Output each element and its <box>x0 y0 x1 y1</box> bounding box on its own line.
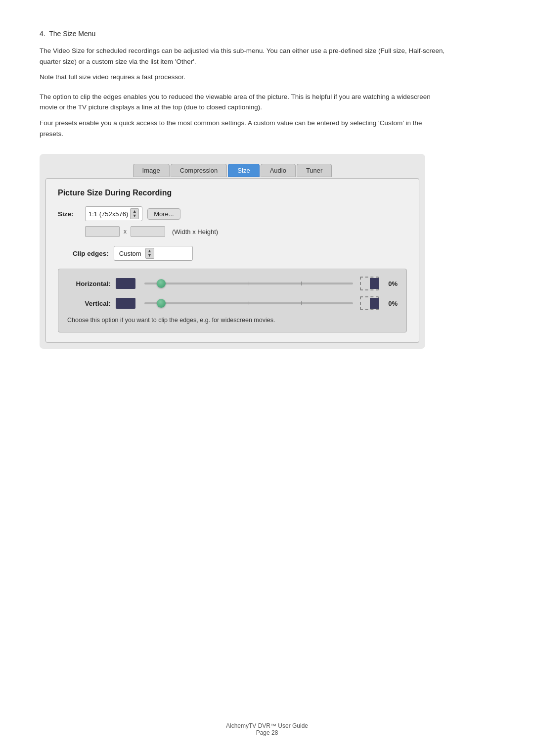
horizontal-slider-container[interactable] <box>142 276 355 291</box>
tab-compression[interactable]: Compression <box>171 164 227 177</box>
wxh-x: x <box>124 228 127 235</box>
tab-audio[interactable]: Audio <box>261 164 296 177</box>
vertical-slider-track[interactable] <box>144 302 353 304</box>
clip-stepper[interactable]: ▲ ▼ <box>145 248 154 259</box>
horizontal-inner-block <box>370 278 379 289</box>
tab-bar: Image Compression Size Audio Tuner <box>45 160 419 177</box>
paragraph-1: The Video Size for scheduled recordings … <box>40 46 445 67</box>
vertical-label: Vertical: <box>67 300 111 307</box>
size-row: Size: 1:1 (752x576) ▲ ▼ More... <box>58 206 407 221</box>
vertical-slider-row: Vertical: 0% <box>67 296 398 311</box>
tab-image[interactable]: Image <box>133 164 170 177</box>
wxh-label: (Width x Height) <box>172 228 218 236</box>
size-value: 1:1 (752x576) <box>89 210 128 218</box>
section-number: 4. The Size Menu <box>40 30 494 38</box>
panel-title: Picture Size During Recording <box>58 189 407 197</box>
clip-value: Custom <box>119 250 141 257</box>
vertical-color-block <box>116 298 135 309</box>
footer-line1: AlchemyTV DVR™ User Guide <box>0 722 534 729</box>
clip-label: Clip edges: <box>73 250 109 257</box>
horizontal-indicator <box>360 277 379 290</box>
clip-row: Clip edges: Custom ▲ ▼ <box>73 246 407 261</box>
vertical-dotted-box <box>360 296 379 310</box>
sub-panel: Horizontal: 0% <box>58 269 407 332</box>
paragraph-4: Four presets enable you a quick access t… <box>40 118 445 139</box>
more-button[interactable]: More... <box>147 208 180 220</box>
horizontal-slider-track[interactable] <box>144 283 353 284</box>
wxh-row: x (Width x Height) <box>85 226 407 237</box>
horizontal-dotted-box <box>360 277 379 290</box>
horizontal-percent: 0% <box>384 280 398 287</box>
clip-stepper-down-icon: ▼ <box>147 253 152 258</box>
paragraph-2: Note that full size video requires a fas… <box>40 72 445 83</box>
horizontal-slider-row: Horizontal: 0% <box>67 276 398 291</box>
horizontal-slider-thumb[interactable] <box>157 279 166 288</box>
horizontal-color-block <box>116 278 135 289</box>
panel: Picture Size During Recording Size: 1:1 … <box>45 178 419 343</box>
footer: AlchemyTV DVR™ User Guide Page 28 <box>0 722 534 736</box>
dialog-wrapper: Image Compression Size Audio Tuner Pictu… <box>40 154 425 349</box>
size-stepper[interactable]: ▲ ▼ <box>130 208 139 219</box>
tab-tuner[interactable]: Tuner <box>297 164 332 177</box>
paragraph-3: The option to clip the edges enables you… <box>40 92 445 113</box>
vertical-slider-thumb[interactable] <box>157 299 166 308</box>
stepper-down-icon: ▼ <box>133 214 137 218</box>
hint-text: Choose this option if you want to clip t… <box>67 316 398 325</box>
tab-size[interactable]: Size <box>228 164 259 177</box>
vertical-indicator <box>360 296 379 310</box>
size-dropdown[interactable]: 1:1 (752x576) ▲ ▼ <box>85 206 142 221</box>
vertical-slider-container[interactable] <box>142 296 355 311</box>
width-input[interactable] <box>85 226 120 237</box>
vertical-percent: 0% <box>384 300 398 307</box>
clip-dropdown[interactable]: Custom ▲ ▼ <box>114 246 193 261</box>
footer-line2: Page 28 <box>0 729 534 736</box>
size-label: Size: <box>58 210 80 218</box>
height-input[interactable] <box>131 226 165 237</box>
vertical-inner-block <box>370 298 379 309</box>
horizontal-label: Horizontal: <box>67 280 111 287</box>
